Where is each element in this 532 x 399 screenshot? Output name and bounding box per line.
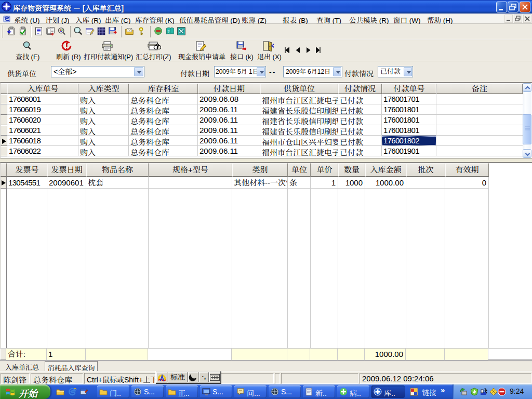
svg-text:?: ? bbox=[167, 29, 169, 34]
